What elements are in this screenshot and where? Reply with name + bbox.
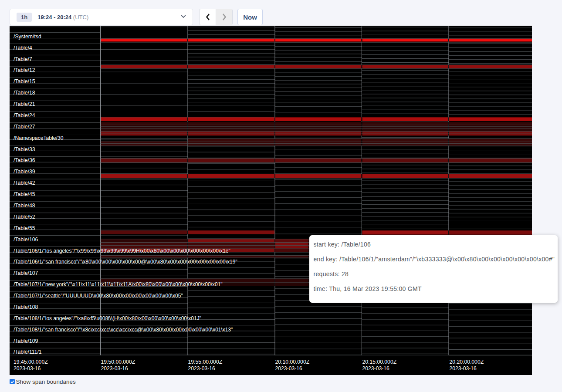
svg-text:2023-03-16: 2023-03-16 xyxy=(362,365,390,372)
svg-text:/Table/107/1/"seattle"/"UUUUUU: /Table/107/1/"seattle"/"UUUUUUD\x00\x80\… xyxy=(14,293,183,299)
svg-text:/Table/48: /Table/48 xyxy=(14,203,35,209)
svg-text:/Table/39: /Table/39 xyxy=(14,169,35,175)
svg-text:2023-03-16: 2023-03-16 xyxy=(188,365,216,372)
svg-text:/Table/108/1/"san francisco"/": /Table/108/1/"san francisco"/"\x8c\xcc\x… xyxy=(14,327,233,333)
svg-text:/NamespaceTable/30: /NamespaceTable/30 xyxy=(14,135,64,141)
svg-text:/Table/4: /Table/4 xyxy=(14,45,32,51)
svg-text:/Table/108/1/"los angeles"/"\x: /Table/108/1/"los angeles"/"\xa8\xf5\u00… xyxy=(14,315,201,321)
svg-text:/Table/12: /Table/12 xyxy=(14,67,35,73)
svg-text:/Table/106/1/"los angeles"/"\x: /Table/106/1/"los angeles"/"\x99\x99\x99… xyxy=(14,248,230,254)
svg-text:/Table/24: /Table/24 xyxy=(14,112,35,118)
svg-text:/Table/45: /Table/45 xyxy=(14,191,35,197)
svg-text:/Table/7: /Table/7 xyxy=(14,56,32,62)
svg-text:/Table/111/1: /Table/111/1 xyxy=(14,349,42,355)
svg-text:/Table/36: /Table/36 xyxy=(14,157,35,163)
svg-text:/Table/108: /Table/108 xyxy=(14,304,38,310)
svg-text:19:55:00.000Z: 19:55:00.000Z xyxy=(188,359,223,365)
svg-text:/Table/52: /Table/52 xyxy=(14,214,35,220)
svg-text:/System/tsd: /System/tsd xyxy=(14,34,41,40)
svg-text:/Table/27: /Table/27 xyxy=(14,124,35,130)
svg-text:/Table/42: /Table/42 xyxy=(14,180,35,186)
svg-text:/Table/107/1/"new york"/"\x11\: /Table/107/1/"new york"/"\x11\x11\x11\x1… xyxy=(14,281,223,287)
svg-text:/Table/21: /Table/21 xyxy=(14,101,35,107)
svg-text:/Table/18: /Table/18 xyxy=(14,90,35,96)
svg-text:20:15:00.000Z: 20:15:00.000Z xyxy=(362,359,397,365)
svg-text:/Table/107: /Table/107 xyxy=(14,270,38,276)
svg-text:19:45:00.000Z: 19:45:00.000Z xyxy=(14,359,48,365)
svg-text:19:50:00.000Z: 19:50:00.000Z xyxy=(101,359,135,365)
svg-text:/Table/106/1/"san francisco"/": /Table/106/1/"san francisco"/"\x80\x00\x… xyxy=(14,259,237,265)
svg-text:2023-03-16: 2023-03-16 xyxy=(14,365,41,372)
svg-text:20:20:00.000Z: 20:20:00.000Z xyxy=(450,359,484,365)
svg-text:20:10:00.000Z: 20:10:00.000Z xyxy=(275,359,310,365)
svg-text:/Table/109: /Table/109 xyxy=(14,338,38,344)
svg-text:/Table/33: /Table/33 xyxy=(14,146,35,152)
svg-text:/Table/106: /Table/106 xyxy=(14,237,38,243)
svg-text:2023-03-16: 2023-03-16 xyxy=(101,365,129,372)
svg-text:/Table/15: /Table/15 xyxy=(14,78,35,84)
svg-text:2023-03-16: 2023-03-16 xyxy=(275,365,303,372)
svg-text:2023-03-16: 2023-03-16 xyxy=(450,365,477,372)
svg-text:/Table/55: /Table/55 xyxy=(14,225,35,231)
